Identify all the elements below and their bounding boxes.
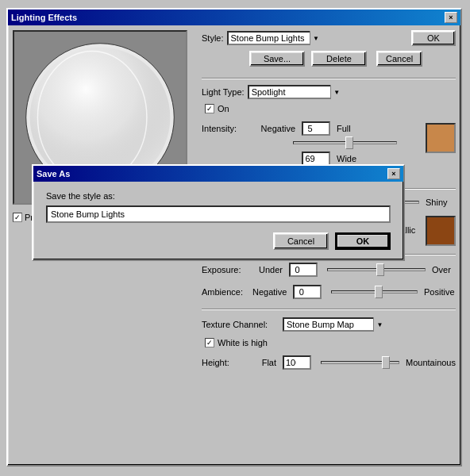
light-type-label: Light Type: xyxy=(202,87,245,97)
height-left: Flat xyxy=(252,358,276,367)
save-as-content: Save the style as: Cancel OK xyxy=(33,182,403,259)
texture-channel-label: Texture Channel: xyxy=(202,320,279,329)
on-label: On xyxy=(218,104,229,113)
cancel-button[interactable]: Cancel xyxy=(376,51,422,67)
ambience-slider-track xyxy=(331,290,418,294)
height-label: Height: xyxy=(202,358,249,367)
intensity-label-row: Intensity: Negative Full xyxy=(202,121,421,136)
light-type-select-wrapper: Spotlight ▼ xyxy=(248,85,343,99)
save-as-buttons: Cancel OK xyxy=(46,232,391,250)
ambience-right: Positive xyxy=(424,287,456,297)
intensity-left-label: Negative xyxy=(252,124,295,133)
save-as-input[interactable] xyxy=(46,205,391,223)
white-is-high-row: ✓ White is high xyxy=(205,338,456,347)
window-title: Lighting Effects xyxy=(11,13,77,22)
focus-right-label: Wide xyxy=(337,154,356,163)
on-checkbox-row: ✓ On xyxy=(205,104,456,113)
exposure-value[interactable] xyxy=(289,263,318,277)
height-right: Mountainous xyxy=(406,358,456,367)
texture-channel-row: Texture Channel: Stone Bump Map ▼ xyxy=(202,317,456,332)
texture-channel-select[interactable]: Stone Bump Map xyxy=(283,317,386,332)
save-as-prompt: Save the style as: xyxy=(46,191,115,201)
intensity-thumb[interactable] xyxy=(345,136,353,149)
exposure-label: Exposure: xyxy=(202,265,249,274)
intensity-slider-row xyxy=(293,137,397,148)
color-swatch-light[interactable] xyxy=(426,123,456,153)
style-row: Style: Stone Bump Lights ▼ OK xyxy=(202,30,456,46)
ok-button[interactable]: OK xyxy=(411,30,456,46)
ambience-row: Ambience: Negative Positive xyxy=(202,285,456,299)
texture-channel-select-wrapper: Stone Bump Map ▼ xyxy=(283,317,386,332)
exposure-thumb[interactable] xyxy=(376,263,384,276)
exposure-track xyxy=(327,264,426,275)
intensity-value[interactable] xyxy=(302,121,330,136)
ambience-left: Negative xyxy=(252,287,287,297)
exposure-row: Exposure: Under Over xyxy=(202,263,456,277)
height-thumb[interactable] xyxy=(382,356,390,369)
white-is-high-checkbox[interactable]: ✓ xyxy=(205,338,214,347)
close-button[interactable]: × xyxy=(445,12,457,23)
preview-checkbox[interactable]: ✓ xyxy=(13,213,22,222)
white-is-high-label: White is high xyxy=(218,338,268,347)
intensity-slider-track xyxy=(293,141,397,144)
exposure-left: Under xyxy=(252,265,283,274)
save-as-cancel-button[interactable]: Cancel xyxy=(273,232,329,250)
divider-1 xyxy=(202,78,456,79)
style-label: Style: xyxy=(202,33,224,43)
height-row: Height: Flat Mountainous xyxy=(202,355,456,370)
intensity-right-label: Full xyxy=(337,124,351,133)
height-slider-track xyxy=(321,361,399,364)
ambience-track xyxy=(331,286,418,298)
delete-button[interactable]: Delete xyxy=(311,51,367,67)
on-checkbox[interactable]: ✓ xyxy=(205,104,214,113)
title-bar: Lighting Effects × xyxy=(8,10,460,25)
title-bar-buttons: × xyxy=(445,12,457,23)
style-select-wrapper: Stone Bump Lights ▼ xyxy=(227,31,322,45)
save-as-close-button[interactable]: × xyxy=(387,168,400,179)
save-button[interactable]: Save... xyxy=(249,51,305,67)
ambience-thumb[interactable] xyxy=(375,286,383,298)
light-type-select[interactable]: Spotlight xyxy=(248,85,343,99)
intensity-label: Intensity: xyxy=(202,124,245,133)
gloss-right: Shiny xyxy=(426,198,456,207)
save-delete-row: Save... Delete Cancel xyxy=(249,51,456,67)
divider-4 xyxy=(202,309,456,309)
style-select[interactable]: Stone Bump Lights xyxy=(227,31,322,45)
color-swatch-material[interactable] xyxy=(426,216,456,246)
exposure-right: Over xyxy=(432,265,456,274)
exposure-slider-track xyxy=(327,268,426,271)
light-type-row: Light Type: Spotlight ▼ xyxy=(202,85,456,99)
save-as-dialog: Save As × Save the style as: Cancel OK xyxy=(32,164,405,261)
ambience-value[interactable] xyxy=(293,285,322,299)
save-as-title-bar: Save As × xyxy=(33,166,403,182)
save-as-ok-button[interactable]: OK xyxy=(335,232,391,250)
save-as-title: Save As xyxy=(37,169,70,178)
ambience-label: Ambience: xyxy=(202,287,249,297)
intensity-track xyxy=(293,137,397,148)
main-window: Lighting Effects × xyxy=(6,8,462,466)
height-value[interactable] xyxy=(283,355,311,370)
height-track xyxy=(321,357,399,368)
